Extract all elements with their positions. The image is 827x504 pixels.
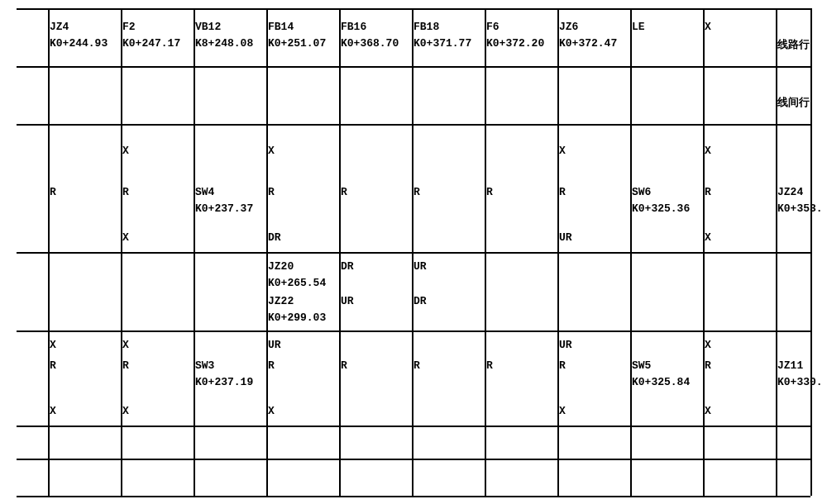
- b2-r2-7: R: [559, 359, 566, 372]
- b1-r3-2: K0+237.37: [195, 202, 253, 215]
- vline-end: [810, 8, 812, 496]
- b2-r1-3: UR: [268, 339, 281, 351]
- vline-3: [266, 8, 268, 496]
- b2-r3-8: K0+325.84: [632, 376, 690, 388]
- hline-0: [17, 8, 810, 10]
- vline-0: [48, 8, 50, 496]
- header-label-5: FB18: [414, 21, 439, 33]
- b2-r1-0: X: [50, 339, 56, 351]
- hline-3: [17, 252, 810, 254]
- vline-1: [121, 8, 122, 496]
- b2-r4-9: X: [705, 405, 711, 417]
- header-label-1: F2: [122, 21, 136, 33]
- b2-r2-8: SW5: [632, 359, 651, 372]
- b1-r3-8: K0+325.36: [632, 202, 690, 215]
- mid-r3-5: DR: [414, 295, 427, 307]
- b1-r2-6: R: [486, 186, 493, 198]
- mid-r1-5: UR: [414, 260, 427, 273]
- vline-7: [557, 8, 559, 496]
- b1-r2-7: R: [559, 186, 566, 198]
- vline-2: [194, 8, 195, 496]
- b1-r4-7: UR: [559, 231, 572, 244]
- b1-r1-3: X: [268, 145, 275, 157]
- b2-r2-3: R: [268, 359, 275, 372]
- vline-10: [776, 8, 777, 496]
- row-label-2: 线间行: [777, 95, 810, 110]
- header-sub-1: K0+247.17: [122, 37, 180, 50]
- mid-r3-3: JZ22: [268, 295, 294, 307]
- hline-6: [17, 459, 810, 460]
- header-label-6: F6: [486, 21, 500, 33]
- b1-r4-9: X: [705, 231, 711, 244]
- b2-r4-3: X: [268, 405, 275, 417]
- b2-r1-9: X: [705, 339, 711, 351]
- b2-r3-2: K0+237.19: [195, 376, 253, 388]
- vline-6: [485, 8, 486, 496]
- b1-r3-10: K0+353.: [777, 202, 823, 215]
- vline-5: [412, 8, 414, 496]
- mid-r4-3: K0+299.03: [268, 311, 326, 324]
- b1-r2-0: R: [50, 186, 56, 198]
- vline-9: [703, 8, 705, 496]
- header-label-8: LE: [632, 21, 645, 33]
- b1-r2-1: R: [122, 186, 129, 198]
- header-label-9: X: [705, 21, 711, 33]
- header-sub-0: K0+244.93: [50, 37, 108, 50]
- b1-r2-9: R: [705, 186, 711, 198]
- header-sub-5: K0+371.77: [414, 37, 471, 50]
- hline-5: [17, 426, 810, 427]
- b2-r1-1: X: [122, 339, 129, 351]
- header-label-2: VB12: [195, 21, 221, 33]
- b2-r2-10: JZ11: [777, 359, 803, 372]
- hline-2: [17, 124, 810, 126]
- b2-r1-7: UR: [559, 339, 572, 351]
- header-label-4: FB16: [341, 21, 366, 33]
- hline-7: [17, 496, 810, 497]
- header-sub-7: K0+372.47: [559, 37, 617, 50]
- b2-r2-2: SW3: [195, 359, 214, 372]
- hline-4: [17, 330, 810, 332]
- b1-r1-9: X: [705, 145, 711, 157]
- b2-r4-1: X: [122, 405, 129, 417]
- b1-r2-4: R: [341, 186, 347, 198]
- row-label-1: 线路行: [777, 37, 810, 52]
- b2-r2-0: R: [50, 359, 56, 372]
- hline-1: [17, 66, 810, 68]
- mid-r3-4: UR: [341, 295, 354, 307]
- mid-r1-3: JZ20: [268, 260, 294, 273]
- header-sub-3: K0+251.07: [268, 37, 326, 50]
- b1-r1-7: X: [559, 145, 566, 157]
- b2-r2-5: R: [414, 359, 420, 372]
- b1-r2-5: R: [414, 186, 420, 198]
- mid-r2-3: K0+265.54: [268, 277, 326, 289]
- b1-r1-1: X: [122, 145, 129, 157]
- b2-r2-1: R: [122, 359, 129, 372]
- header-sub-6: K0+372.20: [486, 37, 544, 50]
- mid-r1-4: DR: [341, 260, 354, 273]
- header-label-3: FB14: [268, 21, 294, 33]
- b1-r2-10: JZ24: [777, 186, 803, 198]
- vline-8: [630, 8, 632, 496]
- vline-4: [339, 8, 341, 496]
- b1-r2-8: SW6: [632, 186, 651, 198]
- header-label-7: JZ6: [559, 21, 578, 33]
- b2-r4-7: X: [559, 405, 566, 417]
- b1-r2-3: R: [268, 186, 275, 198]
- header-label-0: JZ4: [50, 21, 69, 33]
- b2-r2-6: R: [486, 359, 493, 372]
- b1-r4-1: X: [122, 231, 129, 244]
- b1-r2-2: SW4: [195, 186, 214, 198]
- header-sub-4: K0+368.70: [341, 37, 399, 50]
- b2-r2-9: R: [705, 359, 711, 372]
- b2-r4-0: X: [50, 405, 56, 417]
- b2-r3-10: K0+330.: [777, 376, 823, 388]
- header-sub-2: K8+248.08: [195, 37, 253, 50]
- b1-r4-3: DR: [268, 231, 281, 244]
- b2-r2-4: R: [341, 359, 347, 372]
